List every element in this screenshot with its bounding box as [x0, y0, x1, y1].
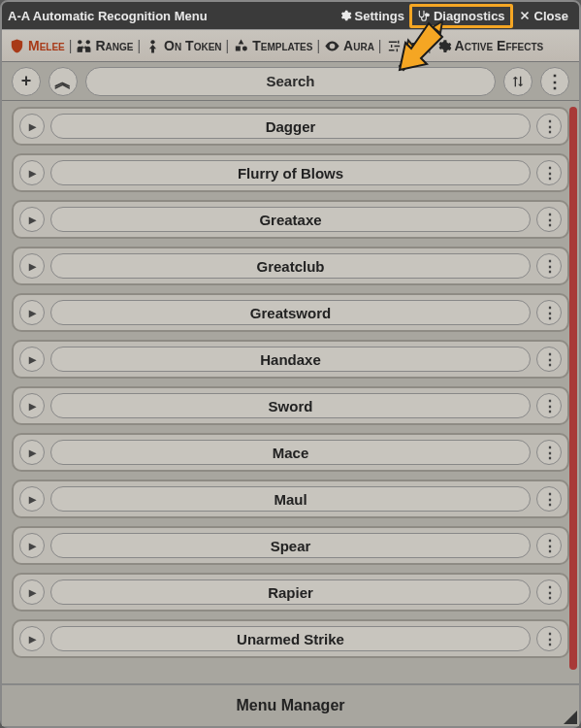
item-label[interactable]: Rapier: [50, 579, 531, 605]
expand-button[interactable]: ▸: [19, 253, 45, 279]
search-input[interactable]: [85, 67, 496, 96]
expand-button[interactable]: ▸: [19, 486, 45, 512]
sliders-icon: [386, 38, 403, 54]
app-window: A-A Automatic Recognition Menu Settings …: [0, 0, 581, 728]
item-menu-button[interactable]: ⋮: [536, 626, 562, 651]
diagnostics-label: Diagnostics: [434, 9, 505, 23]
gear-icon: [436, 38, 452, 54]
item-label[interactable]: Unarmed Strike: [50, 626, 531, 651]
expand-button[interactable]: ▸: [19, 533, 45, 558]
list-item: ▸Greatsword⋮: [12, 293, 569, 332]
item-label[interactable]: Greataxe: [50, 207, 531, 232]
item-menu-button[interactable]: ⋮: [536, 579, 562, 605]
expand-button[interactable]: ▸: [19, 160, 45, 185]
item-menu-button[interactable]: ⋮: [536, 347, 562, 372]
list-item: ▸Dagger⋮: [12, 107, 569, 146]
tab-ontoken[interactable]: On Token: [144, 38, 222, 54]
expand-button[interactable]: ▸: [19, 114, 45, 139]
expand-button[interactable]: ▸: [19, 347, 45, 372]
tab-range[interactable]: Range: [75, 38, 134, 54]
item-label[interactable]: Flurry of Blows: [50, 160, 531, 185]
diagnostics-button[interactable]: Diagnostics: [409, 4, 513, 28]
list-item: ▸Rapier⋮: [12, 573, 569, 612]
tab-range-label: Range: [95, 38, 133, 53]
shield-icon: [9, 38, 25, 54]
item-label[interactable]: Spear: [50, 533, 531, 558]
close-label: Close: [534, 9, 568, 23]
more-button[interactable]: ⋮: [540, 67, 569, 96]
item-label[interactable]: Greatsword: [50, 300, 531, 325]
resize-icon: [564, 711, 577, 724]
gear-icon: [339, 9, 352, 22]
item-menu-button[interactable]: ⋮: [536, 207, 562, 232]
close-button[interactable]: Close: [513, 7, 573, 25]
tab-melee[interactable]: Melee: [8, 38, 66, 54]
expand-button[interactable]: ▸: [19, 207, 45, 232]
list-item: ▸Flurry of Blows⋮: [12, 153, 569, 192]
item-menu-button[interactable]: ⋮: [536, 160, 562, 185]
svg-point-2: [150, 40, 154, 44]
svg-point-1: [86, 40, 90, 44]
tab-preset-label: set: [405, 38, 424, 53]
item-menu-button[interactable]: ⋮: [536, 393, 562, 418]
window-title: A-A Automatic Recognition Menu: [8, 9, 334, 23]
item-label[interactable]: Mace: [50, 440, 531, 465]
expand-button[interactable]: ▸: [19, 440, 45, 465]
toolbar: + ︽ ⋮: [2, 62, 579, 101]
sort-icon: [510, 74, 526, 89]
item-menu-button[interactable]: ⋮: [536, 114, 562, 139]
tab-templates-label: Templates: [252, 38, 312, 53]
tab-melee-label: Melee: [28, 38, 65, 53]
list-item: ▸Spear⋮: [12, 526, 569, 565]
scrollbar[interactable]: [569, 107, 577, 670]
titlebar: A-A Automatic Recognition Menu Settings …: [2, 2, 579, 29]
people-arrows-icon: [76, 38, 92, 54]
item-label[interactable]: Dagger: [50, 114, 531, 139]
close-icon: [518, 9, 532, 22]
svg-point-0: [79, 40, 82, 44]
shapes-icon: [233, 38, 249, 54]
item-menu-button[interactable]: ⋮: [536, 533, 562, 558]
item-menu-button[interactable]: ⋮: [536, 440, 562, 465]
tab-aura[interactable]: Aura: [323, 38, 375, 54]
settings-button[interactable]: Settings: [334, 7, 409, 25]
footer-button[interactable]: Menu Manager: [2, 683, 579, 726]
list-item: ▸Greatclub⋮: [12, 247, 569, 285]
resize-handle[interactable]: [564, 711, 577, 724]
tab-aura-label: Aura: [343, 38, 374, 53]
item-label[interactable]: Sword: [50, 393, 531, 418]
list-item: ▸Maul⋮: [12, 480, 569, 518]
person-icon: [145, 38, 161, 54]
item-list: ▸Dagger⋮▸Flurry of Blows⋮▸Greataxe⋮▸Grea…: [2, 101, 579, 683]
item-menu-button[interactable]: ⋮: [536, 253, 562, 279]
list-item: ▸Unarmed Strike⋮: [12, 619, 569, 658]
expand-button[interactable]: ▸: [19, 300, 45, 325]
list-item: ▸Mace⋮: [12, 433, 569, 472]
list-item: ▸Greataxe⋮: [12, 200, 569, 239]
sort-button[interactable]: [503, 67, 533, 96]
item-menu-button[interactable]: ⋮: [536, 486, 562, 512]
tab-activeeffects-label: Active Effects: [455, 38, 544, 53]
list-item: ▸Handaxe⋮: [12, 340, 569, 379]
expand-button[interactable]: ▸: [19, 579, 45, 605]
item-menu-button[interactable]: ⋮: [536, 300, 562, 325]
tab-templates[interactable]: Templates: [232, 38, 313, 54]
item-label[interactable]: Maul: [50, 486, 531, 512]
tabs-bar: Melee | Range | On Token | Templates | A…: [2, 29, 579, 62]
list-item: ▸Sword⋮: [12, 386, 569, 425]
settings-label: Settings: [355, 9, 404, 23]
item-label[interactable]: Handaxe: [50, 347, 531, 372]
expand-button[interactable]: ▸: [19, 626, 45, 651]
tab-preset[interactable]: set: [385, 38, 425, 54]
tab-ontoken-label: On Token: [164, 38, 221, 53]
tab-activeeffects[interactable]: Active Effects: [435, 38, 545, 54]
eye-icon: [324, 38, 340, 54]
collapse-all-button[interactable]: ︽: [48, 67, 78, 96]
footer-label: Menu Manager: [236, 697, 344, 714]
stethoscope-icon: [417, 9, 431, 22]
item-label[interactable]: Greatclub: [50, 253, 531, 279]
expand-button[interactable]: ▸: [19, 393, 45, 418]
add-button[interactable]: +: [12, 67, 41, 96]
